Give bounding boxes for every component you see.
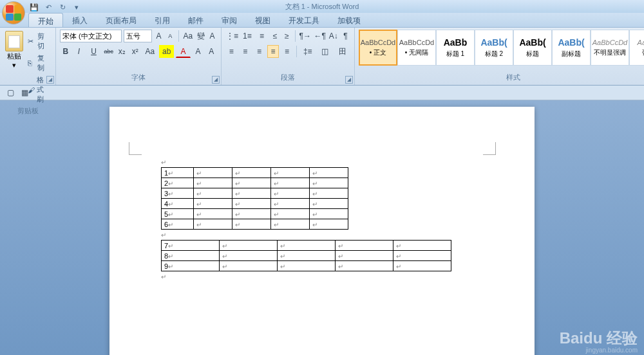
superscript-button[interactable]: x² [129, 45, 141, 58]
table-cell[interactable]: ↵ [194, 219, 232, 230]
table-cell[interactable]: ↵ [232, 168, 271, 178]
font-launcher[interactable]: ◢ [212, 76, 220, 84]
char-shading-button[interactable]: A [193, 45, 204, 58]
table-cell[interactable]: ↵ [336, 251, 393, 261]
paste-button[interactable]: 粘贴 ▾ [4, 30, 24, 105]
table-row[interactable]: 7↵↵↵↵↵ [162, 241, 451, 251]
style-正文[interactable]: AaBbCcDd• 正文 [359, 30, 397, 66]
shrink-font-button[interactable]: A [166, 30, 175, 42]
align-right-button[interactable]: ≡ [253, 45, 265, 58]
table-row[interactable]: 5↵↵↵↵↵ [162, 209, 348, 219]
table-cell[interactable]: ↵ [232, 209, 271, 219]
table-cell[interactable]: ↵ [220, 261, 278, 271]
grow-font-button[interactable]: A [154, 30, 164, 42]
table-cell[interactable]: 4↵ [162, 199, 194, 209]
style-强调[interactable]: AaBbC强调 [629, 30, 644, 66]
underline-button[interactable]: U [86, 45, 101, 58]
table-cell[interactable]: ↵ [194, 188, 232, 199]
table-cell[interactable]: ↵ [194, 209, 232, 219]
tab-view[interactable]: 视图 [246, 13, 279, 27]
copy-button[interactable]: ⎘复制 [26, 53, 52, 73]
bold-button[interactable]: B [60, 45, 71, 58]
document-area[interactable]: ↵ 1↵↵↵↵↵2↵↵↵↵↵3↵↵↵↵↵4↵↵↵↵↵5↵↵↵↵↵6↵↵↵↵↵ ↵… [0, 100, 644, 355]
table-cell[interactable]: ↵ [393, 261, 451, 271]
table-cell[interactable]: ↵ [271, 178, 310, 188]
enclose-char-button[interactable]: A [205, 45, 217, 58]
tab-home[interactable]: 开始 [28, 13, 63, 27]
subscript-button[interactable]: x₂ [116, 45, 128, 58]
style-标题 2[interactable]: AaBb(标题 2 [475, 30, 513, 66]
table-cell[interactable]: ↵ [393, 241, 451, 251]
ltr-button[interactable]: ¶→ [299, 30, 312, 42]
table-row[interactable]: 4↵↵↵↵↵ [162, 199, 348, 209]
undo-icon[interactable]: ↶ [43, 1, 54, 13]
table-cell[interactable]: ↵ [220, 251, 278, 261]
table-cell[interactable]: ↵ [271, 188, 310, 199]
table-row[interactable]: 1↵↵↵↵↵ [162, 168, 348, 178]
table-cell[interactable]: ↵ [232, 188, 271, 199]
char-border-button[interactable]: A [207, 30, 217, 42]
table-row[interactable]: 6↵↵↵↵↵ [162, 219, 348, 230]
distribute-button[interactable]: ≡ [281, 45, 293, 58]
font-size-select[interactable] [124, 30, 152, 42]
rtl-button[interactable]: ←¶ [314, 30, 327, 42]
redo-icon[interactable]: ↻ [57, 1, 68, 13]
table-cell[interactable]: 2↵ [162, 178, 194, 188]
align-left-button[interactable]: ≡ [225, 45, 238, 58]
style-标题 1[interactable]: AaBb标题 1 [436, 30, 475, 66]
table-cell[interactable]: ↵ [310, 219, 348, 230]
table-cell[interactable]: ↵ [232, 178, 271, 188]
office-button[interactable] [2, 1, 25, 24]
table-row[interactable]: 8↵↵↵↵↵ [162, 251, 451, 261]
table-cell[interactable]: ↵ [194, 199, 232, 209]
clear-format-button[interactable]: Aa [182, 30, 194, 42]
table-cell[interactable]: ↵ [232, 219, 271, 230]
table-row[interactable]: 9↵↵↵↵↵ [162, 261, 451, 271]
tab-mailings[interactable]: 邮件 [179, 13, 213, 27]
style-无间隔[interactable]: AaBbCcDd• 无间隔 [397, 30, 436, 66]
font-color-button[interactable]: A [176, 45, 191, 58]
table-cell[interactable]: ↵ [194, 178, 232, 188]
increase-indent-button[interactable]: ≥ [282, 30, 292, 42]
table-cell[interactable]: ↵ [310, 188, 348, 199]
table-cell[interactable]: ↵ [336, 261, 393, 271]
table-2[interactable]: 7↵↵↵↵↵8↵↵↵↵↵9↵↵↵↵↵ [161, 240, 451, 271]
table-cell[interactable]: ↵ [220, 241, 278, 251]
phonetic-button[interactable]: 變 [196, 30, 205, 42]
clipboard-launcher[interactable]: ◢ [46, 76, 54, 84]
decrease-indent-button[interactable]: ≤ [270, 30, 279, 42]
table-cell[interactable]: 3↵ [162, 188, 194, 199]
show-marks-button[interactable]: ¶ [341, 30, 350, 42]
multilevel-button[interactable]: ≡ [256, 30, 269, 42]
table-cell[interactable]: 8↵ [162, 251, 220, 261]
table-cell[interactable]: ↵ [271, 209, 310, 219]
shading-button[interactable]: ◫ [317, 45, 333, 58]
tab-developer[interactable]: 开发工具 [279, 13, 328, 27]
sort-button[interactable]: A↓ [328, 30, 339, 42]
strike-button[interactable]: abc [103, 45, 115, 58]
table-row[interactable]: 2↵↵↵↵↵ [162, 178, 348, 188]
font-name-select[interactable] [60, 30, 122, 42]
table-cell[interactable]: ↵ [393, 251, 451, 261]
table-cell[interactable]: 1↵ [162, 168, 194, 178]
table-cell[interactable]: ↵ [336, 241, 393, 251]
tab-addins[interactable]: 加载项 [328, 13, 370, 27]
tab-review[interactable]: 审阅 [213, 13, 246, 27]
table-1[interactable]: 1↵↵↵↵↵2↵↵↵↵↵3↵↵↵↵↵4↵↵↵↵↵5↵↵↵↵↵6↵↵↵↵↵ [161, 167, 348, 230]
table-row[interactable]: 3↵↵↵↵↵ [162, 188, 348, 199]
style-副标题[interactable]: AaBb(副标题 [552, 30, 591, 66]
italic-button[interactable]: I [73, 45, 85, 58]
tab-layout[interactable]: 页面布局 [97, 13, 146, 27]
table-cell[interactable]: 6↵ [162, 219, 194, 230]
save-icon[interactable]: 💾 [28, 1, 40, 13]
table-cell[interactable]: ↵ [278, 241, 336, 251]
cut-button[interactable]: ✂剪切 [26, 31, 52, 51]
justify-button[interactable]: ≡ [267, 45, 279, 58]
table-cell[interactable]: ↵ [310, 178, 348, 188]
qat-more-icon[interactable]: ▾ [71, 1, 82, 13]
tab-references[interactable]: 引用 [146, 13, 179, 27]
style-标题[interactable]: AaBb(标题 [513, 30, 552, 66]
table-cell[interactable]: 5↵ [162, 209, 194, 219]
borders-button[interactable]: 田 [335, 45, 350, 58]
table-cell[interactable]: 9↵ [162, 261, 220, 271]
